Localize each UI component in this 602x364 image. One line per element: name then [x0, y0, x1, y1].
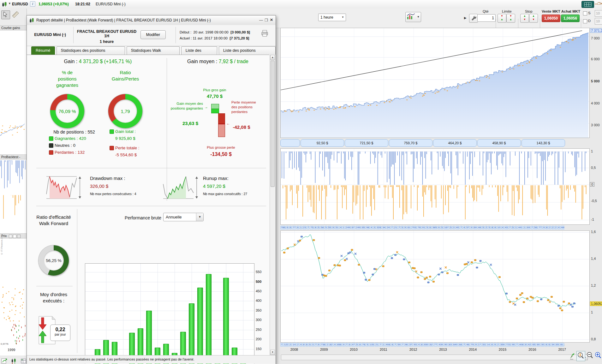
panel-page-icon[interactable] — [13, 235, 16, 238]
trade-tag: 90 — [511, 343, 515, 347]
scroll-up-arrow[interactable]: ▲ — [270, 55, 275, 60]
trade-tag: 6 — [289, 226, 292, 230]
scrollbar-thumb[interactable] — [271, 61, 275, 187]
stop-level-input[interactable]: 10 — [595, 10, 602, 17]
panel-wrench-icon[interactable] — [9, 235, 12, 238]
trade-tag: 23 — [302, 226, 307, 230]
gains-curve-mini-chart — [0, 31, 27, 154]
chart-style-button[interactable]: ▼ — [405, 12, 421, 22]
up-arrow-icon: ▲ — [501, 18, 503, 21]
trade-tag: 122 — [283, 343, 289, 347]
header-strategy: FRACTAL BREAKOUT EURUSD 1H 1 heure — [74, 29, 139, 44]
trade-tag: 1 — [342, 226, 345, 230]
objective-checkbox[interactable] — [583, 19, 587, 23]
probacktest-mini-chart — [0, 160, 27, 233]
trade-tag: 30 — [540, 343, 545, 347]
quantity-input[interactable] — [477, 14, 496, 22]
price-axis-label: 1,4 — [591, 257, 596, 260]
close-window-icon[interactable]: ✕ — [600, 2, 602, 5]
stop-buy-order-button[interactable]: ▲▼ — [520, 14, 529, 23]
dialog-title-bar[interactable]: Rapport détaillé | ProBacktest (Walk For… — [27, 15, 276, 25]
equity-curve-chart[interactable] — [280, 28, 590, 138]
stop-sell-order-button[interactable]: ▲▼ — [529, 14, 538, 23]
gains-curve-panel-title[interactable]: Courbe gains — [0, 25, 27, 30]
trade-tag: 90 — [444, 343, 448, 347]
trade-tag: 8 — [314, 226, 317, 230]
dialog-scrollbar[interactable]: ▲ ▼ — [270, 55, 275, 355]
win-pct-label: % de positions gagnantes — [53, 69, 81, 88]
price-axis-label: 1 — [591, 310, 593, 314]
year-label: 2013 — [436, 348, 450, 351]
probacktest-panel-title[interactable]: ProBacktest - — [0, 154, 27, 159]
dialog-close-icon[interactable]: ✕ — [270, 18, 273, 22]
trade-tag: 14 — [486, 343, 490, 347]
buy-market-button[interactable]: 1,06056 — [561, 15, 580, 22]
export-chart-icon[interactable] — [1, 358, 8, 364]
trade-tag: 37 — [409, 343, 413, 347]
ruler-tool-button[interactable] — [11, 10, 20, 19]
dialog-minimize-icon[interactable]: — — [259, 18, 263, 22]
tab-1[interactable]: Statistiques des positions clôturées — [57, 46, 125, 55]
price-panel-title[interactable]: Prix — [0, 233, 27, 238]
performance-period-select[interactable]: Annuelle▼ — [163, 213, 204, 221]
wf-segment-value: 143,30 $ — [522, 139, 565, 147]
zoom-edit-icon[interactable] — [568, 352, 576, 361]
modify-button[interactable]: Modifier — [140, 30, 166, 39]
scroll-down-arrow[interactable]: ▼ — [270, 350, 275, 355]
panel-gear-icon[interactable] — [17, 235, 21, 238]
oscillator-axis-label: 1 — [591, 149, 593, 153]
oscillator-axis-label: 0,5 — [591, 166, 596, 170]
trade-tag: 53 — [482, 343, 486, 347]
trade-tag: 2 — [497, 343, 499, 347]
drawdown-label: Drawdown max : — [90, 176, 125, 181]
tab-3[interactable]: Liste des ordres — [181, 46, 217, 55]
symbol-dropdown-arrow[interactable]: ▼ — [8, 2, 11, 5]
tab-0[interactable]: Résumé — [31, 46, 55, 55]
workspace-grid-button[interactable] — [581, 1, 594, 8]
price-chart[interactable] — [280, 230, 590, 343]
zoom-in-icon[interactable] — [594, 351, 602, 360]
trade-tag: 3 — [452, 226, 455, 230]
stop-checkbox[interactable] — [583, 11, 587, 15]
trade-tag: 6 — [348, 343, 351, 347]
order-settings-wrench-button[interactable] — [469, 14, 478, 23]
trade-tag: 91 — [421, 226, 426, 230]
panel-expander-arrow[interactable]: ▶ — [464, 16, 467, 20]
objective-level-input[interactable]: 10 — [595, 18, 602, 25]
info-icon[interactable]: i — [30, 1, 35, 7]
print-icon[interactable] — [261, 30, 269, 37]
horizontal-scrollbar[interactable] — [281, 355, 582, 360]
tab-2[interactable]: Statistiques Walk Forward — [127, 46, 180, 55]
orders-candles-icon[interactable] — [11, 358, 17, 364]
trade-tag: 4 — [370, 226, 373, 230]
trade-tag: 43 — [504, 226, 508, 230]
wf-segment-lead — [280, 139, 300, 147]
trade-tag: 79 — [470, 343, 474, 347]
perf-y-tick: 450 — [256, 289, 261, 293]
trade-tag: 640 — [453, 343, 458, 347]
zoom-out-icon[interactable] — [586, 351, 593, 360]
trade-tag: 5 — [450, 226, 452, 230]
chevron-down-icon: ▼ — [417, 15, 420, 18]
limit-sell-order-button[interactable]: ▼▲ — [506, 14, 515, 23]
report-table-icon[interactable] — [21, 358, 27, 364]
trade-tag: 59 — [397, 343, 401, 347]
zoom-range-button[interactable] — [576, 351, 585, 361]
trade-tag: 21 — [394, 226, 398, 230]
year-label: 2009 — [317, 348, 331, 351]
tab-4[interactable]: Liste des positions clôturées — [219, 46, 276, 55]
cursor-tool-button[interactable] — [1, 10, 10, 19]
trade-tag: 42 — [527, 343, 532, 347]
trade-tag: 96 — [404, 343, 408, 347]
trade-tag: 3 — [373, 226, 376, 230]
year-label: 2017 — [555, 348, 569, 351]
dialog-maximize-icon[interactable]: ❐ — [265, 18, 268, 22]
oscillator-chart[interactable] — [280, 148, 590, 225]
drawdown-sub: Nb max pertes consécutives : 4 — [90, 192, 136, 196]
sell-market-button[interactable]: 1,06050 — [542, 15, 560, 22]
runup-sub: Nb max gains consécutifs : 27 — [203, 192, 247, 196]
timeframe-select[interactable]: 1 heure▼ — [318, 14, 346, 21]
trade-tag: 57 — [466, 226, 470, 230]
trade-tag: 60 — [536, 343, 540, 347]
limit-buy-order-button[interactable]: ▼▲ — [498, 14, 506, 23]
